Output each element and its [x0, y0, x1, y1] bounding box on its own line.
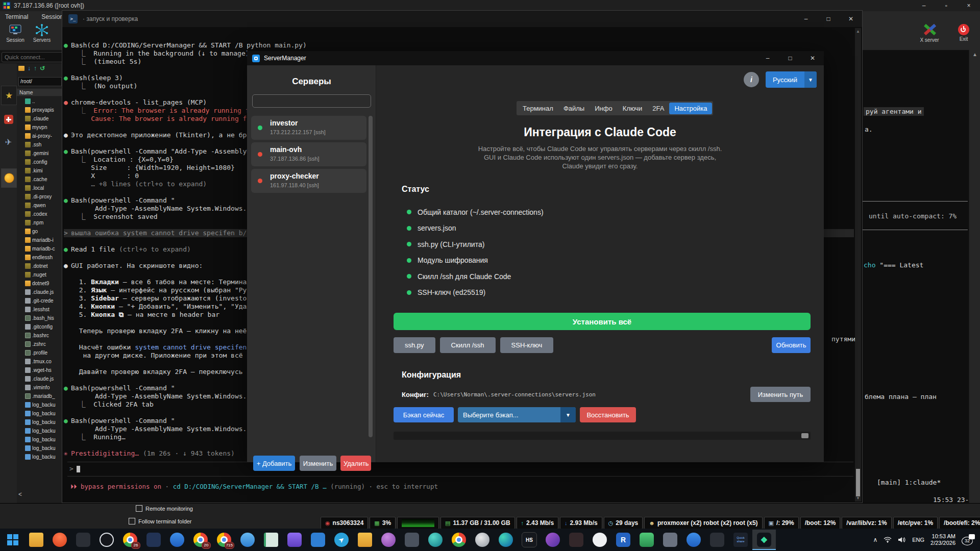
tool-button-2[interactable]: SSH-ключ: [500, 337, 554, 353]
install-all-button[interactable]: Установить всё: [394, 313, 811, 330]
file-row[interactable]: .gitconfig: [17, 322, 62, 331]
macros-tab[interactable]: ✈: [1, 133, 16, 151]
file-row[interactable]: go: [17, 227, 62, 236]
taskbar-firefox[interactable]: [424, 530, 447, 550]
scrollbar-thumb[interactable]: [801, 433, 808, 438]
backup-select[interactable]: Выберите бэкап... ▼: [458, 407, 576, 422]
taskbar-app-purple-1[interactable]: [283, 530, 306, 550]
change-path-button[interactable]: Изменить путь: [750, 387, 811, 402]
file-row[interactable]: .qwen: [17, 201, 62, 210]
maximize-icon[interactable]: □: [779, 51, 801, 65]
close-icon[interactable]: ✕: [801, 51, 824, 65]
session-button[interactable]: Session: [2, 24, 29, 43]
notification-icon[interactable]: 32: [962, 534, 975, 545]
file-row[interactable]: .ssh: [17, 140, 62, 149]
scroll-up-icon[interactable]: ▲: [855, 29, 861, 34]
server-item-main-ovh[interactable]: main-ovh37.187.136.86 [ssh]: [251, 142, 366, 166]
file-row[interactable]: myvpn: [17, 123, 62, 132]
file-row[interactable]: log_backu: [17, 400, 62, 409]
folder-up-icon[interactable]: [18, 66, 24, 71]
scroll-up-icon[interactable]: ▲: [969, 50, 980, 59]
file-row[interactable]: .cache: [17, 175, 62, 184]
file-row[interactable]: .zshrc: [17, 340, 62, 348]
taskbar-app-white[interactable]: [588, 530, 611, 550]
file-row[interactable]: .mariadb_: [17, 392, 62, 400]
server-item-investor[interactable]: investor173.212.212.157 [ssh]: [251, 116, 366, 140]
menu-terminal[interactable]: Terminal: [5, 13, 28, 20]
file-row[interactable]: mariadb-i: [17, 236, 62, 244]
file-row[interactable]: .tmux.co: [17, 357, 62, 366]
file-row[interactable]: .dotnet: [17, 262, 62, 270]
tab-2[interactable]: Инфо: [590, 103, 617, 114]
file-row[interactable]: log_backu: [17, 453, 62, 461]
server-item-proxy-checker[interactable]: proxy-checker161.97.118.40 [ssh]: [251, 169, 366, 193]
file-row[interactable]: .config: [17, 158, 62, 166]
language-dropdown[interactable]: Русский ▼: [766, 71, 817, 88]
keyboard-language[interactable]: ENG: [912, 537, 924, 543]
volume-icon[interactable]: [898, 537, 906, 543]
file-row[interactable]: ai-proxy-: [17, 132, 62, 140]
file-row[interactable]: .npm: [17, 218, 62, 227]
tool-button-0[interactable]: ssh.py: [394, 337, 435, 353]
taskbar-chrome-profile-2[interactable]: 20: [189, 530, 212, 550]
file-row[interactable]: .git-crede: [17, 296, 62, 305]
refresh-icon[interactable]: ↺: [40, 65, 45, 72]
restore-button[interactable]: Восстановить: [580, 407, 636, 422]
tray-clock[interactable]: 10:53 AM 2/23/2026: [930, 533, 955, 546]
add-server-button[interactable]: + Добавить: [253, 456, 295, 471]
taskbar-app-silver[interactable]: [471, 530, 494, 550]
file-row[interactable]: .gemini: [17, 149, 62, 158]
taskbar-notepad[interactable]: [259, 530, 283, 550]
refresh-button[interactable]: Обновить: [772, 337, 811, 353]
minimize-icon[interactable]: –: [795, 11, 817, 27]
taskbar-file-explorer[interactable]: [24, 530, 48, 550]
file-row[interactable]: .nuget: [17, 270, 62, 279]
follow-terminal-folder-checkbox[interactable]: Follow terminal folder: [129, 518, 192, 524]
scroll-left-arrow[interactable]: <: [18, 491, 22, 498]
terminal-prompt[interactable]: >: [69, 465, 80, 474]
taskbar-app-dark-1[interactable]: [71, 530, 95, 550]
taskbar-app-green[interactable]: [635, 530, 658, 550]
taskbar-app-dark-3[interactable]: [705, 530, 729, 550]
close-icon[interactable]: ×: [958, 0, 980, 11]
taskbar-app-gray[interactable]: [658, 530, 682, 550]
file-row[interactable]: .bash_his: [17, 314, 62, 322]
file-row[interactable]: .claude: [17, 114, 62, 123]
taskbar-telegram[interactable]: ➤: [330, 530, 353, 550]
taskbar-brave[interactable]: [48, 530, 71, 550]
file-row[interactable]: ..: [17, 97, 62, 106]
taskbar-edge[interactable]: [494, 530, 518, 550]
delete-server-button[interactable]: Удалить: [340, 456, 371, 471]
file-row[interactable]: dotnet9: [17, 279, 62, 288]
files-column-header[interactable]: Name: [17, 88, 62, 96]
exit-button[interactable]: Exit: [950, 24, 977, 42]
taskbar-quick-share[interactable]: Quick share: [729, 530, 752, 550]
taskbar-chrome-profile-1[interactable]: 26: [118, 530, 142, 550]
taskbar-app-navy[interactable]: [142, 530, 165, 550]
x-server-button[interactable]: X server: [916, 24, 943, 43]
taskbar-app-violet[interactable]: [377, 530, 400, 550]
scrollbar[interactable]: ▲: [969, 50, 980, 517]
info-button[interactable]: i: [744, 72, 759, 87]
favorites-tab[interactable]: ★: [1, 86, 17, 105]
server-search-input[interactable]: [252, 94, 371, 108]
minimize-icon[interactable]: –: [913, 0, 935, 11]
network-tab[interactable]: [1, 168, 17, 188]
file-row[interactable]: .claude.js: [17, 288, 62, 296]
taskbar-mobaxterm[interactable]: ❖: [752, 530, 776, 550]
download-icon[interactable]: ↓: [28, 65, 31, 72]
maximize-icon[interactable]: □: [817, 11, 840, 27]
servers-button[interactable]: Servers: [29, 24, 55, 43]
tab-4[interactable]: 2FA: [647, 103, 669, 114]
edit-server-button[interactable]: Изменить: [300, 456, 336, 471]
taskbar-app-vsblue[interactable]: [306, 530, 330, 550]
taskbar-app-blue-2[interactable]: [236, 530, 259, 550]
file-row[interactable]: log_backu: [17, 444, 62, 453]
file-row[interactable]: .di-proxy: [17, 192, 62, 201]
remote-monitoring-checkbox[interactable]: Remote monitoring: [136, 505, 193, 512]
close-icon[interactable]: ✕: [840, 11, 862, 27]
file-row[interactable]: log_backu: [17, 427, 62, 435]
taskbar-app-blue-1[interactable]: [165, 530, 189, 550]
file-row[interactable]: proxyapis: [17, 106, 62, 114]
file-row[interactable]: log_backu: [17, 418, 62, 427]
